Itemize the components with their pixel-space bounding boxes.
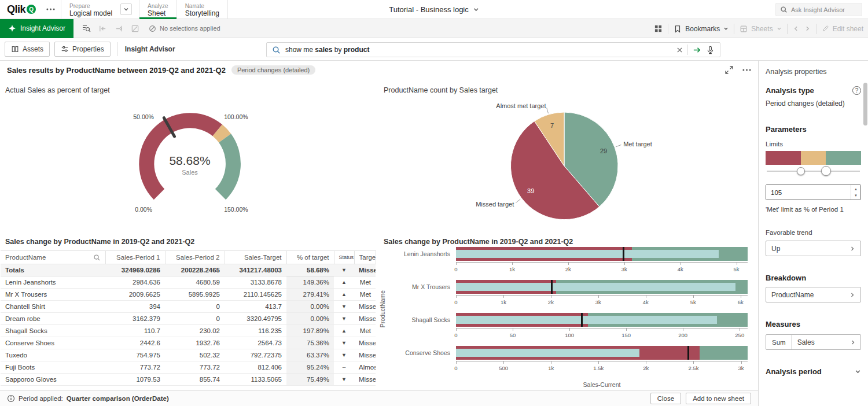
table-cell[interactable]: 2110.145625 bbox=[225, 289, 286, 301]
app-overview-button[interactable] bbox=[654, 24, 663, 33]
table-cell[interactable]: 855.74 bbox=[165, 374, 225, 386]
tab-narrate[interactable]: Narrate Storytelling bbox=[177, 0, 227, 19]
column-header[interactable]: Target bbox=[354, 251, 376, 264]
table-cell[interactable]: ▼ bbox=[334, 374, 354, 386]
chart-more-button[interactable] bbox=[742, 69, 751, 71]
table-cell[interactable]: 5895.9925 bbox=[165, 289, 225, 301]
table-cell[interactable]: 2442.6 bbox=[105, 337, 165, 349]
table-cell[interactable]: Tuxedo bbox=[1, 349, 105, 361]
column-header[interactable]: % of target bbox=[286, 251, 334, 264]
bookmarks-button[interactable]: Bookmarks bbox=[674, 25, 729, 33]
table-cell[interactable]: ▼ bbox=[334, 301, 354, 313]
table-cell[interactable]: 116.235 bbox=[225, 325, 286, 337]
table-cell[interactable]: Chantell Shirt bbox=[1, 301, 105, 313]
table-row[interactable]: Shagall Socks110.7230.02116.235197.89%▲M… bbox=[1, 325, 376, 337]
table-cell[interactable]: 1079.53 bbox=[105, 374, 165, 386]
table-cell[interactable]: 230.02 bbox=[165, 325, 225, 337]
step-forward-button[interactable] bbox=[115, 24, 123, 33]
bullet-bar[interactable] bbox=[456, 280, 748, 294]
table-cell[interactable]: 754.975 bbox=[105, 349, 165, 361]
next-sheet-button[interactable] bbox=[804, 25, 811, 32]
voice-search-button[interactable] bbox=[706, 46, 715, 54]
table-cell[interactable]: Missed bbox=[354, 337, 376, 349]
global-search-input[interactable]: Ask Insight Advisor bbox=[775, 3, 862, 16]
spinner-down-icon[interactable]: ▼ bbox=[854, 194, 858, 197]
measure-control[interactable]: Sum Sales bbox=[766, 334, 861, 350]
table-cell[interactable]: Shagall Socks bbox=[1, 325, 105, 337]
table-cell[interactable]: 812.406 bbox=[225, 361, 286, 374]
spinner-up-icon[interactable]: ▲ bbox=[854, 187, 858, 191]
table-cell[interactable]: 1932.76 bbox=[165, 337, 225, 349]
table-cell[interactable]: Met bbox=[354, 325, 376, 337]
prev-sheet-button[interactable] bbox=[793, 25, 799, 32]
bullet-bar[interactable] bbox=[456, 346, 748, 360]
table-cell[interactable]: 58.68% bbox=[286, 264, 334, 276]
clear-selections-button[interactable] bbox=[131, 24, 139, 33]
help-icon[interactable]: ? bbox=[852, 86, 861, 95]
assets-button[interactable]: Assets bbox=[5, 42, 50, 57]
insight-advisor-button[interactable]: Insight Advisor bbox=[0, 19, 73, 38]
scrollbar-thumb[interactable] bbox=[863, 83, 867, 126]
gauge-chart[interactable]: 0.00%50.00%100.00%150.00%58.68%Sales bbox=[80, 93, 300, 232]
table-cell[interactable]: 197.89% bbox=[286, 325, 334, 337]
table-cell[interactable]: Totals bbox=[1, 264, 105, 276]
table-cell[interactable]: 95.24% bbox=[286, 361, 334, 374]
table-row[interactable]: Chantell Shirt3940413.70.00%▼Missed bbox=[1, 301, 376, 313]
table-cell[interactable]: 773.72 bbox=[165, 361, 225, 374]
edit-sheet-button[interactable]: Edit sheet bbox=[822, 25, 863, 33]
table-cell[interactable]: 2009.6625 bbox=[105, 289, 165, 301]
favorable-trend-dropdown[interactable]: Up bbox=[766, 241, 861, 256]
table-row[interactable]: Fuji Boots773.72773.72812.40695.24%--Alm… bbox=[1, 361, 376, 374]
column-header[interactable]: Sales-Period 2 bbox=[165, 251, 225, 264]
properties-button[interactable]: Properties bbox=[54, 42, 111, 57]
table-cell[interactable]: 3162.379 bbox=[105, 313, 165, 325]
slider-handle-upper[interactable] bbox=[821, 166, 831, 176]
table-cell[interactable]: 279.41% bbox=[286, 289, 334, 301]
table-cell[interactable]: ▼ bbox=[334, 264, 354, 276]
table-cell[interactable]: ▲ bbox=[334, 276, 354, 289]
table-cell[interactable]: ▲ bbox=[334, 289, 354, 301]
tab-prepare[interactable]: Prepare Logical model bbox=[61, 0, 120, 19]
table-cell[interactable]: Conserve Shoes bbox=[1, 337, 105, 349]
table-cell[interactable]: 324969.0286 bbox=[105, 264, 165, 276]
table-cell[interactable]: Fuji Boots bbox=[1, 361, 105, 374]
column-header[interactable]: Sales-Period 1 bbox=[105, 251, 165, 264]
table-cell[interactable]: Dream robe bbox=[1, 313, 105, 325]
table-cell[interactable]: Missed bbox=[354, 264, 376, 276]
limit-input[interactable] bbox=[766, 185, 860, 200]
table-cell[interactable]: 0 bbox=[165, 301, 225, 313]
table-cell[interactable]: ▼ bbox=[334, 337, 354, 349]
bullet-measure-bar[interactable] bbox=[456, 283, 735, 291]
qlik-logo[interactable]: Qlik Q bbox=[7, 3, 36, 16]
sheets-button[interactable]: Sheets bbox=[740, 25, 781, 33]
table-cell[interactable]: 792.72375 bbox=[225, 349, 286, 361]
column-search-icon[interactable] bbox=[93, 254, 101, 261]
table-cell[interactable]: 2984.636 bbox=[105, 276, 165, 289]
table-cell[interactable]: 0.00% bbox=[286, 313, 334, 325]
table-cell[interactable]: Missed bbox=[354, 313, 376, 325]
table-cell[interactable]: ▼ bbox=[334, 313, 354, 325]
column-header[interactable]: Sales-Target bbox=[225, 251, 286, 264]
table-cell[interactable]: 3133.8678 bbox=[225, 276, 286, 289]
clear-search-button[interactable] bbox=[676, 47, 683, 53]
table-cell[interactable]: 0.00% bbox=[286, 301, 334, 313]
tab-analyze[interactable]: Analyze Sheet bbox=[139, 0, 176, 19]
submit-search-button[interactable] bbox=[693, 46, 701, 54]
bullet-measure-bar[interactable] bbox=[456, 316, 717, 324]
breakdown-dropdown[interactable]: ProductName bbox=[766, 287, 861, 302]
table-cell[interactable]: 1133.5065 bbox=[225, 374, 286, 386]
table-cell[interactable]: 502.32 bbox=[165, 349, 225, 361]
app-title-dropdown[interactable]: Tutorial - Business logic bbox=[389, 0, 479, 19]
table-cell[interactable]: -- bbox=[334, 361, 354, 374]
table-cell[interactable]: Missed bbox=[354, 374, 376, 386]
table-row[interactable]: Lenin Jeanshorts2984.6364680.593133.8678… bbox=[1, 276, 376, 289]
table-cell[interactable]: Mr X Trousers bbox=[1, 289, 105, 301]
close-button[interactable]: Close bbox=[650, 393, 681, 404]
table-cell[interactable]: 2564.73 bbox=[225, 337, 286, 349]
table-cell[interactable]: Missed bbox=[354, 301, 376, 313]
table-cell[interactable]: 149.36% bbox=[286, 276, 334, 289]
table-cell[interactable]: Met bbox=[354, 289, 376, 301]
global-menu-button[interactable] bbox=[46, 8, 55, 10]
add-to-new-sheet-button[interactable]: Add to new sheet bbox=[686, 393, 751, 404]
spinner-buttons[interactable]: ▲▼ bbox=[851, 185, 860, 200]
